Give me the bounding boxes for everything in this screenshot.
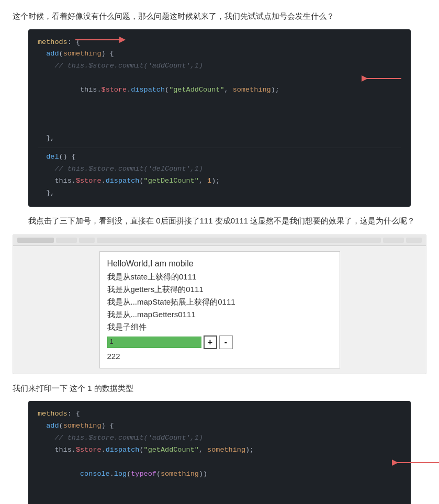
code-line-console: console.log(typeof(something)) [38,456,401,504]
code-line: add(something) { [38,48,401,60]
tab-bar-4 [383,238,404,243]
preview-line-2: 我是从state上获得的0111 [107,271,332,283]
code-line: // this.$store.commit('addCount',1) [38,60,401,72]
code-line: del() { [38,151,401,163]
preview-line-6: 我是子组件 [107,321,332,333]
code-line: // this.$store.commit('addCount',1) [38,432,401,444]
preview-line-4: 我是从...mapState拓展上获得的0111 [107,296,332,308]
paragraph-3: 我们来打印一下 这个 1 的数据类型 [13,382,426,395]
counter-bar: 1 [107,337,201,348]
arrow-2 [359,73,407,84]
counter-row: 1 + - [107,335,332,349]
arrow-1 [70,32,133,47]
tab-bar-1 [17,238,54,243]
paragraph-1: 这个时候，看着好像没有什么问题，那么问题这时候就来了，我们先试试点加号会发生什么… [13,9,426,23]
counter-value: 1 [110,337,114,348]
plus-button[interactable]: + [204,335,217,349]
app-preview: HelloWorld,I am mobile 我是从state上获得的0111 … [99,251,340,368]
preview-bottom-value: 222 [107,350,332,363]
tab-bar-5 [406,238,422,243]
browser-tabs [13,235,426,246]
code-line: methods: { [38,408,401,420]
preview-line-1: HelloWorld,I am mobile [107,257,332,271]
browser-preview-wrapper: HelloWorld,I am mobile 我是从state上获得的0111 … [13,234,426,374]
code-line: }, [38,132,401,144]
paragraph-2: 我点击了三下加号，看到没，直接在 0后面拼接了111 变成0111 这显然不是我… [13,214,426,228]
code-line: add(something) { [38,420,401,432]
tab-bar-3 [79,238,95,243]
code-line: this.$store.dispatch("getDelCount", 1); [38,175,401,187]
code-line: }, [38,187,401,199]
code-block-2: methods: { add(something) { // this.$sto… [13,401,426,504]
preview-line-3: 我是从getters上获得的0111 [107,283,332,296]
address-bar [97,238,381,243]
code-block-1: methods: { add(something) { // this.$sto… [13,29,426,207]
code-line: // this.$store.commit('delCount',1) [38,163,401,175]
code-divider [38,148,401,148]
preview-line-5: 我是从...mapGetters0111 [107,308,332,321]
arrow-3 [391,458,439,467]
minus-button[interactable]: - [219,335,233,349]
code-line: this.$store.dispatch("getAddCount", some… [38,72,401,132]
tab-bar-2 [56,238,77,243]
code-line: this.$store.dispatch("getAddCount", some… [38,444,401,456]
